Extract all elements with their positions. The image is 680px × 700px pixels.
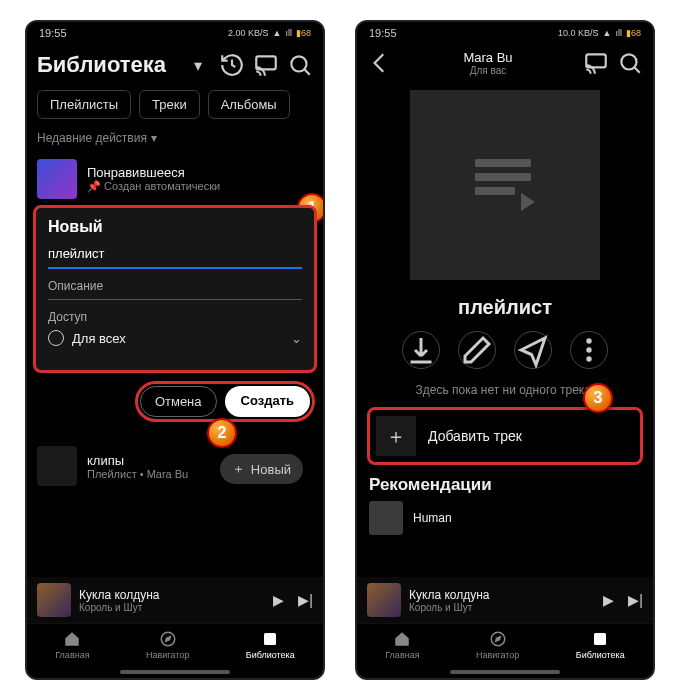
- recent-activity-label[interactable]: Недавние действия ▾: [27, 123, 323, 153]
- playlist-desc-field[interactable]: Описание: [48, 279, 302, 300]
- more-button[interactable]: [570, 331, 608, 369]
- modal-title: Новый: [48, 218, 302, 236]
- battery-icon: ▮68: [626, 28, 641, 38]
- svg-point-1: [291, 56, 306, 71]
- recommendations-title: Рекомендации: [357, 465, 653, 499]
- play-icon[interactable]: ▶: [273, 592, 284, 608]
- now-playing-artist: Король и Шут: [409, 602, 489, 613]
- playlist-name-field[interactable]: плейлист: [48, 246, 302, 269]
- next-icon[interactable]: ▶|: [298, 592, 313, 608]
- liked-songs-item[interactable]: Понравившееся 📌 Создан автоматически: [27, 153, 323, 205]
- wifi-icon: ▲: [273, 28, 282, 38]
- status-time: 19:55: [39, 27, 67, 39]
- chip-tracks[interactable]: Треки: [139, 90, 200, 119]
- reco-track-title: Human: [413, 511, 452, 525]
- playlist-name: плейлист: [357, 296, 653, 319]
- compass-icon: [489, 630, 507, 648]
- playlist-header: Mara Bu Для вас: [357, 44, 653, 82]
- nav-explore[interactable]: Навигатор: [476, 630, 519, 660]
- status-net: 10.0 KB/S: [558, 28, 599, 38]
- clips-item[interactable]: клипы Плейлист • Mara Bu ＋ Новый: [27, 440, 323, 492]
- chevron-down-icon: ⌄: [291, 331, 302, 346]
- nav-home[interactable]: Главная: [55, 630, 89, 660]
- status-net: 2.00 KB/S: [228, 28, 269, 38]
- wifi-icon: ▲: [603, 28, 612, 38]
- nav-home[interactable]: Главная: [385, 630, 419, 660]
- play-icon[interactable]: ▶: [603, 592, 614, 608]
- library-header: Библиотека ▾: [27, 44, 323, 86]
- cancel-button[interactable]: Отмена: [140, 386, 217, 417]
- modal-buttons-highlight: Отмена Создать: [135, 381, 315, 422]
- svg-rect-5: [264, 633, 276, 645]
- search-icon[interactable]: [617, 50, 643, 76]
- svg-marker-13: [495, 637, 500, 642]
- library-icon: [591, 630, 609, 648]
- home-indicator: [450, 670, 560, 674]
- now-playing-artist: Король и Шут: [79, 602, 159, 613]
- edit-button[interactable]: [458, 331, 496, 369]
- clips-thumb: [37, 446, 77, 486]
- header-user: Mara Bu: [401, 50, 575, 65]
- clips-title: клипы: [87, 453, 188, 468]
- playlist-placeholder-icon: [475, 159, 535, 211]
- next-icon[interactable]: ▶|: [628, 592, 643, 608]
- back-icon[interactable]: [367, 50, 393, 76]
- access-selector[interactable]: Для всех ⌄: [48, 330, 302, 346]
- signal-icon: ıll: [285, 28, 292, 38]
- svg-line-8: [634, 67, 639, 72]
- mini-player[interactable]: Кукла колдуна Король и Шут ▶ ▶|: [27, 577, 323, 623]
- cast-icon[interactable]: [253, 52, 279, 78]
- plus-icon: ＋: [232, 460, 245, 478]
- clips-sub: Плейлист • Mara Bu: [87, 468, 188, 480]
- chip-playlists[interactable]: Плейлисты: [37, 90, 131, 119]
- liked-title: Понравившееся: [87, 165, 220, 180]
- chip-albums[interactable]: Альбомы: [208, 90, 290, 119]
- globe-icon: [48, 330, 64, 346]
- create-button[interactable]: Создать: [225, 386, 310, 417]
- compass-icon: [159, 630, 177, 648]
- nav-explore[interactable]: Навигатор: [146, 630, 189, 660]
- status-bar: 19:55 2.00 KB/S ▲ ıll ▮68: [27, 22, 323, 44]
- search-icon[interactable]: [287, 52, 313, 78]
- header-sub: Для вас: [401, 65, 575, 76]
- new-playlist-button[interactable]: ＋ Новый: [220, 454, 303, 484]
- svg-point-10: [586, 347, 591, 352]
- now-playing-art: [367, 583, 401, 617]
- annotation-marker-3: 3: [583, 383, 613, 413]
- reco-item[interactable]: Human: [357, 499, 653, 537]
- download-button[interactable]: [402, 331, 440, 369]
- page-title: Библиотека: [37, 52, 177, 78]
- plus-icon: ＋: [376, 416, 416, 456]
- reco-thumb: [369, 501, 403, 535]
- access-value: Для всех: [72, 331, 126, 346]
- home-icon: [393, 630, 411, 648]
- annotation-marker-2: 2: [207, 418, 237, 448]
- cast-icon[interactable]: [583, 50, 609, 76]
- new-playlist-modal: Новый плейлист Описание Доступ Для всех …: [33, 205, 317, 373]
- playlist-access-field: Доступ Для всех ⌄: [48, 310, 302, 346]
- battery-icon: ▮68: [296, 28, 311, 38]
- svg-line-2: [304, 69, 309, 74]
- now-playing-title: Кукла колдуна: [79, 588, 159, 602]
- playlist-actions: [357, 331, 653, 369]
- mini-player[interactable]: Кукла колдуна Король и Шут ▶ ▶|: [357, 577, 653, 623]
- add-track-label: Добавить трек: [428, 428, 522, 444]
- home-icon: [63, 630, 81, 648]
- add-track-button[interactable]: ＋ Добавить трек: [367, 407, 643, 465]
- liked-sub: 📌 Создан автоматически: [87, 180, 220, 193]
- phone-right: 19:55 10.0 KB/S ▲ ıll ▮68 Mara Bu Для ва…: [355, 20, 655, 680]
- share-button[interactable]: [514, 331, 552, 369]
- svg-point-11: [586, 356, 591, 361]
- status-bar: 19:55 10.0 KB/S ▲ ıll ▮68: [357, 22, 653, 44]
- history-icon[interactable]: [219, 52, 245, 78]
- nav-library[interactable]: Библиотека: [576, 630, 625, 660]
- phone-left: 19:55 2.00 KB/S ▲ ıll ▮68 Библиотека ▾ П…: [25, 20, 325, 680]
- svg-rect-14: [594, 633, 606, 645]
- nav-library[interactable]: Библиотека: [246, 630, 295, 660]
- status-time: 19:55: [369, 27, 397, 39]
- bottom-nav: Главная Навигатор Библиотека: [27, 623, 323, 668]
- dropdown-icon[interactable]: ▾: [185, 52, 211, 78]
- playlist-cover: [410, 90, 600, 280]
- liked-thumb: [37, 159, 77, 199]
- home-indicator: [120, 670, 230, 674]
